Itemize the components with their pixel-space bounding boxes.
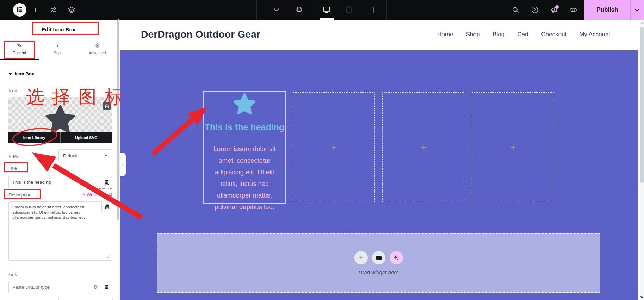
nav-shop[interactable]: Shop (466, 31, 480, 38)
nav-cart[interactable]: Cart (517, 31, 528, 38)
star-icon (233, 93, 256, 116)
dynamic-tags-icon (104, 285, 109, 289)
view-field-label: View (8, 154, 18, 159)
preview-button[interactable] (568, 0, 578, 20)
sparkles-icon (394, 255, 399, 261)
panel-title: Edit Icon Box (0, 20, 117, 39)
dynamic-tags-icon (104, 180, 109, 185)
drag-hint-text: Drag widget here (358, 269, 398, 275)
publish-options-button[interactable] (631, 0, 644, 20)
upload-svg-button[interactable]: Upload SVG (61, 132, 112, 143)
empty-column[interactable]: + (382, 92, 464, 202)
tablet-icon (346, 6, 352, 13)
finder-search-button[interactable] (510, 0, 520, 20)
view-select[interactable]: Default (58, 149, 112, 162)
nav-blog[interactable]: Blog (493, 31, 504, 38)
eye-icon (569, 7, 577, 13)
ai-sparkle-icon: ✧ (81, 192, 85, 197)
editor-canvas: DerDragon Outdoor Gear Home Shop Blog Ca… (120, 20, 638, 300)
description-textarea[interactable]: Lorem ipsum dolor sit amet, consectetur … (8, 201, 112, 261)
top-toolbar: + ⚙ (0, 0, 644, 20)
structure-button[interactable] (67, 0, 76, 20)
plus-icon: + (510, 142, 516, 153)
pencil-icon: ✎ (17, 43, 21, 49)
scroll-down-arrow[interactable] (640, 294, 644, 299)
icon-preview: Icon Library Upload SVG (8, 97, 112, 143)
section-title: Icon Box (15, 71, 34, 76)
site-title[interactable]: DerDragon Outdoor Gear (141, 29, 260, 40)
partial-dropdown[interactable] (58, 298, 113, 300)
nav-my-account[interactable]: My Account (579, 31, 610, 38)
ai-builder-button[interactable] (390, 251, 403, 264)
icon-source-bar: Icon Library Upload SVG (8, 132, 112, 143)
elementor-logo-icon (17, 7, 23, 13)
remove-icon-button[interactable] (103, 102, 111, 110)
tab-style[interactable]: ◐ Style (39, 39, 78, 59)
folder-icon (376, 255, 382, 260)
link-options-button[interactable]: ⚙ (90, 281, 101, 293)
panel-scrollbar-thumb[interactable] (117, 19, 119, 220)
scroll-up-arrow[interactable] (640, 20, 644, 25)
description-field-label: Description (8, 192, 31, 198)
section-divider (8, 267, 112, 267)
template-library-button[interactable] (372, 251, 385, 264)
dropzone-buttons: + (354, 251, 403, 264)
dynamic-tags-button[interactable] (101, 281, 112, 293)
textarea-resize-handle[interactable] (107, 255, 110, 258)
toolbar-divider (256, 0, 257, 20)
dynamic-tags-button[interactable] (101, 201, 112, 212)
elementor-editor: + ⚙ (0, 0, 644, 300)
site-settings-button[interactable] (49, 0, 58, 20)
link-field-label: Link (8, 272, 17, 277)
tab-label: Style (54, 51, 62, 55)
svg-text:?: ? (534, 8, 536, 12)
title-input-group (8, 176, 112, 188)
link-input[interactable] (9, 281, 90, 293)
tab-advanced[interactable]: ⚙ Advanced (78, 39, 117, 59)
plus-icon: + (359, 254, 363, 262)
site-header: DerDragon Outdoor Gear Home Shop Blog Ca… (120, 20, 638, 50)
trash-icon (105, 104, 109, 108)
device-desktop-button[interactable] (321, 0, 332, 20)
empty-column[interactable]: + (293, 92, 375, 202)
device-mobile-button[interactable] (366, 0, 377, 20)
add-element-button[interactable]: + (30, 0, 40, 20)
write-with-ai-description[interactable]: ✧ Write with AI (81, 192, 112, 197)
toolbar-divider (504, 0, 504, 20)
dynamic-tags-icon (105, 204, 110, 209)
nav-home[interactable]: Home (437, 31, 453, 38)
widget-description: Lorem ipsum dolor sit amet, consectetur … (208, 143, 281, 213)
title-input[interactable] (9, 176, 101, 188)
empty-section-dropzone[interactable]: + Drag widget here (157, 233, 600, 293)
contrast-icon: ◐ (56, 43, 60, 49)
notification-dot (555, 5, 559, 9)
dynamic-tags-button[interactable] (101, 176, 112, 188)
title-field-label: Title (8, 165, 17, 171)
nav-checkout[interactable]: Checkout (541, 31, 566, 38)
tab-content[interactable]: ✎ Content (0, 39, 39, 60)
whats-new-button[interactable] (549, 0, 559, 20)
hero-section: This is the heading Lorem ipsum dolor si… (120, 50, 638, 300)
document-options-button[interactable] (272, 0, 281, 20)
icon-box-widget[interactable]: This is the heading Lorem ipsum dolor si… (203, 91, 286, 204)
device-tablet-button[interactable] (343, 0, 354, 20)
empty-column[interactable]: + (472, 92, 554, 202)
add-section-button[interactable]: + (354, 251, 368, 264)
panel-collapse-handle[interactable]: ‹ (120, 153, 126, 176)
section-icon-box[interactable]: Icon Box (8, 71, 34, 76)
publish-area: Publish (584, 0, 644, 20)
plus-icon: + (331, 142, 337, 153)
gear-icon: ⚙ (95, 43, 100, 49)
widget-settings-panel: Edit Icon Box ✎ Content ◐ Style ⚙ Advanc… (0, 20, 117, 300)
star-preview-icon (45, 105, 75, 134)
window-scrollbar-thumb[interactable] (640, 27, 644, 183)
toolbar-divider (310, 0, 310, 20)
page-settings-button[interactable]: ⚙ (294, 0, 304, 20)
gear-icon: ⚙ (296, 6, 303, 14)
chevron-left-icon: ‹ (122, 162, 123, 167)
plus-icon: + (421, 142, 426, 153)
publish-button[interactable]: Publish (584, 0, 630, 20)
icon-library-button[interactable]: Icon Library (8, 132, 60, 143)
help-button[interactable]: ? (530, 0, 540, 20)
elementor-logo[interactable] (10, 0, 30, 20)
